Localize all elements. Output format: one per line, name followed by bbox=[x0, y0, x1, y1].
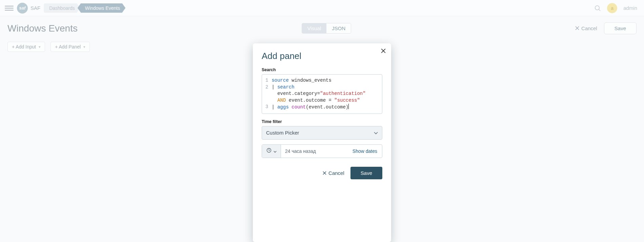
date-quick-button[interactable] bbox=[262, 145, 281, 158]
time-filter-select[interactable]: Custom Picker bbox=[262, 126, 382, 140]
close-icon bbox=[323, 170, 326, 176]
line-gutter: 123 bbox=[262, 75, 270, 114]
text-cursor bbox=[348, 104, 349, 109]
modal-cancel-label: Cancel bbox=[328, 170, 344, 176]
modal-overlay: Add panel Search 123 source windows_even… bbox=[0, 0, 644, 242]
modal-save-button[interactable]: Save bbox=[350, 167, 382, 179]
modal-title: Add panel bbox=[262, 51, 382, 61]
code-content: source windows_events | search event.cat… bbox=[270, 75, 369, 114]
clock-icon bbox=[266, 148, 271, 154]
date-range-picker: 24 часа назад Show dates bbox=[262, 144, 382, 158]
show-dates-link[interactable]: Show dates bbox=[348, 145, 382, 158]
chevron-down-icon bbox=[374, 130, 378, 136]
date-range-text: 24 часа назад bbox=[281, 145, 348, 158]
search-query-editor[interactable]: 123 source windows_events | search event… bbox=[262, 74, 382, 114]
chevron-down-icon bbox=[274, 148, 277, 154]
modal-cancel-button[interactable]: Cancel bbox=[323, 170, 344, 176]
time-filter-label: Time filter bbox=[262, 119, 382, 124]
close-icon[interactable] bbox=[381, 48, 386, 54]
search-label: Search bbox=[262, 67, 382, 72]
time-filter-value: Custom Picker bbox=[266, 130, 299, 136]
add-panel-modal: Add panel Search 123 source windows_even… bbox=[253, 43, 391, 242]
